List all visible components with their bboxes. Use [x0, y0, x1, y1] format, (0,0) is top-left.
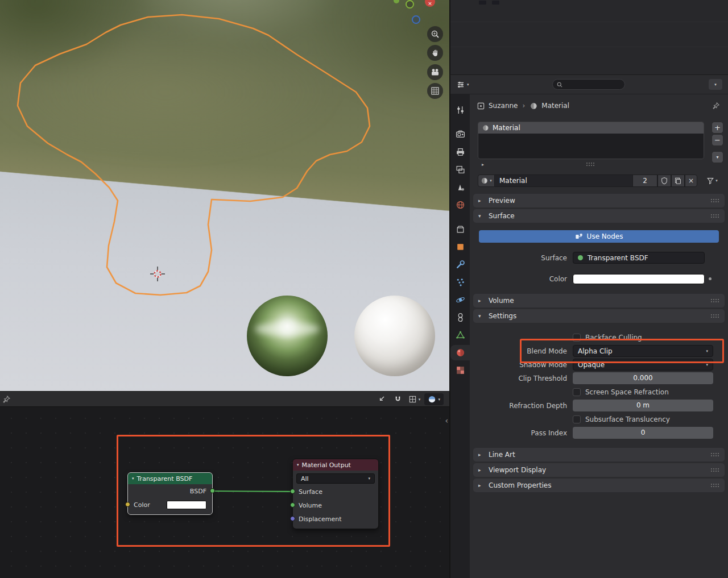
properties-search-input[interactable]	[565, 81, 618, 88]
breadcrumb-object[interactable]: Suzanne	[489, 102, 518, 110]
surface-input-socket[interactable]	[290, 489, 295, 494]
panel-viewport-display[interactable]: ▸ Viewport Display	[473, 463, 725, 477]
volume-input-socket[interactable]	[290, 502, 295, 508]
material-output-node[interactable]: ▾ Material Output All ▾ Surface Volume D…	[293, 459, 378, 529]
panel-settings[interactable]: ▾ Settings	[473, 309, 725, 323]
diffuse-sphere[interactable]	[354, 296, 435, 376]
use-nodes-button[interactable]: Use Nodes	[479, 230, 719, 243]
header-icon[interactable]	[492, 1, 499, 5]
tab-tool[interactable]	[450, 102, 470, 118]
pan-button[interactable]	[427, 45, 443, 61]
remove-slot-button[interactable]: −	[712, 134, 723, 146]
magnet-icon	[394, 395, 402, 404]
snap-toggle-button[interactable]	[391, 393, 404, 405]
tab-physics[interactable]	[450, 292, 470, 307]
reflective-sphere[interactable]	[247, 296, 328, 376]
panel-surface[interactable]: ▾ Surface	[473, 209, 725, 223]
properties-options-button[interactable]: ▾	[709, 79, 722, 90]
panel-line-art[interactable]: ▸ Line Art	[473, 448, 725, 461]
filter-button[interactable]: ▾	[702, 174, 722, 187]
snap-grid-icon	[408, 395, 417, 404]
slot-specials-button[interactable]: ▾	[712, 151, 723, 163]
node-header[interactable]: ▾ Transparent BSDF	[128, 473, 212, 484]
backface-culling-checkbox[interactable]	[573, 334, 581, 342]
panel-volume[interactable]: ▸ Volume	[473, 294, 725, 307]
tab-world[interactable]	[450, 197, 470, 213]
drag-grip-icon[interactable]	[711, 484, 719, 488]
breadcrumb-material[interactable]: Material	[541, 102, 569, 110]
screen-space-refraction-checkbox[interactable]	[573, 388, 581, 396]
orthographic-toggle-button[interactable]	[427, 83, 443, 99]
tab-scene[interactable]	[450, 180, 470, 195]
node-header[interactable]: ▾ Material Output	[293, 459, 378, 471]
shadow-mode-select[interactable]: Opaque ▾	[573, 359, 713, 371]
subsurface-translucency-checkbox[interactable]	[573, 415, 581, 423]
surface-panel-body: Use Nodes Surface Transparent BSDF Color	[470, 224, 728, 292]
drag-grip-icon[interactable]	[711, 299, 719, 303]
zoom-button[interactable]	[427, 26, 443, 42]
shading-preview-button[interactable]: ▾	[424, 393, 444, 405]
tab-render[interactable]	[450, 127, 470, 142]
tab-particles[interactable]	[450, 275, 470, 290]
resize-grip-icon[interactable]	[586, 163, 595, 167]
blend-mode-select[interactable]: Alpha Clip ▾	[573, 345, 713, 357]
animate-dot-icon[interactable]	[709, 277, 712, 280]
fake-user-button[interactable]	[657, 174, 671, 187]
shield-icon	[660, 177, 668, 185]
unlink-material-button[interactable]: ×	[685, 174, 697, 187]
tab-output[interactable]	[450, 144, 470, 160]
tab-modifiers[interactable]	[450, 257, 470, 272]
new-material-button[interactable]	[671, 174, 685, 187]
region-collapse-arrow[interactable]: ‹	[445, 416, 448, 425]
color-swatch[interactable]	[573, 274, 705, 284]
tab-collection[interactable]	[450, 222, 470, 237]
camera-view-button[interactable]	[427, 64, 443, 80]
users-count-button[interactable]: 2	[632, 174, 657, 187]
tab-object[interactable]	[450, 239, 470, 255]
collapse-icon[interactable]: ▾	[132, 476, 134, 481]
frame-selected-button[interactable]	[375, 393, 387, 405]
shader-node-editor[interactable]: ▾ Transparent BSDF BSDF Color ▾ Material…	[0, 407, 449, 578]
displacement-input-socket[interactable]	[290, 516, 295, 521]
header-icon[interactable]	[479, 1, 486, 5]
pass-index-field[interactable]: 0	[573, 427, 713, 439]
node-color-swatch[interactable]	[167, 501, 206, 509]
add-slot-button[interactable]: +	[712, 122, 723, 134]
tab-object-data[interactable]	[450, 327, 470, 343]
output-target-select[interactable]: All ▾	[296, 473, 375, 484]
snap-target-button[interactable]: ▾	[408, 393, 420, 405]
panel-preview[interactable]: ▸ Preview	[473, 194, 725, 207]
physics-icon	[456, 295, 465, 305]
tab-view-layer[interactable]	[450, 162, 470, 177]
particles-icon	[456, 277, 465, 287]
browse-material-button[interactable]: ▾	[478, 174, 495, 187]
drag-grip-icon[interactable]	[711, 314, 719, 318]
drag-grip-icon[interactable]	[711, 199, 719, 203]
properties-search[interactable]	[552, 79, 625, 90]
pin-icon[interactable]	[2, 395, 11, 404]
collapse-icon[interactable]: ▾	[297, 463, 299, 467]
surface-shader-select[interactable]: Transparent BSDF	[573, 252, 705, 264]
refraction-depth-field[interactable]: 0 m	[573, 400, 713, 411]
panel-custom-properties[interactable]: ▸ Custom Properties	[473, 479, 725, 492]
expand-icon[interactable]: ▸	[482, 162, 484, 167]
gizmo-axis-ring-icon[interactable]	[406, 0, 414, 9]
color-input-socket[interactable]	[125, 502, 130, 507]
drag-grip-icon[interactable]	[711, 214, 719, 218]
material-slot-list[interactable]: Material	[478, 122, 704, 159]
clip-threshold-field[interactable]: 0.000	[573, 372, 713, 384]
editor-type-button[interactable]: ▾	[456, 80, 469, 89]
tab-texture[interactable]	[450, 363, 470, 378]
drag-grip-icon[interactable]	[711, 468, 719, 472]
material-slots-area: Material ▸ + − ▾	[470, 122, 728, 169]
pin-icon[interactable]	[712, 102, 720, 110]
transparent-bsdf-node[interactable]: ▾ Transparent BSDF BSDF Color	[128, 473, 212, 514]
drag-grip-icon[interactable]	[711, 453, 719, 457]
tab-material[interactable]	[450, 345, 470, 360]
material-slot-item[interactable]: Material	[478, 122, 704, 134]
gizmo-axis-blue-icon[interactable]	[412, 15, 420, 24]
bsdf-output-socket[interactable]	[210, 488, 215, 493]
material-name-field[interactable]: Material	[495, 174, 632, 187]
3d-viewport[interactable]: ×	[0, 0, 449, 391]
tab-constraints[interactable]	[450, 310, 470, 325]
